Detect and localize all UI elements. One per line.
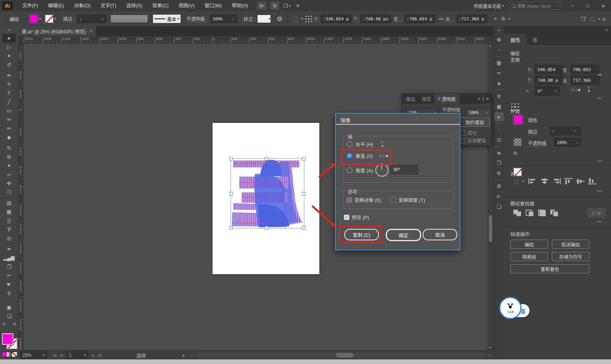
pathfinder-panel-icon[interactable]: ❑	[495, 202, 504, 211]
more-options-icon[interactable]: •••	[597, 96, 603, 100]
scale-tool[interactable]: ⧉	[3, 152, 16, 161]
stepper-icon[interactable]: ▴▾	[324, 17, 325, 21]
column-graph-tool[interactable]: ▂▄▆	[3, 253, 16, 262]
hand-tool[interactable]: ☛	[3, 280, 16, 289]
fill-swatch[interactable]	[2, 333, 13, 345]
scrollbar-thumb[interactable]	[336, 353, 354, 357]
scroll-right-icon[interactable]: ›	[488, 352, 490, 358]
group-button[interactable]: 编组	[510, 240, 548, 249]
constrain-icon[interactable]: ⌖	[494, 16, 497, 22]
more-options-icon[interactable]: •••	[597, 159, 603, 163]
tab-properties[interactable]: 属性	[504, 34, 526, 45]
unite-icon[interactable]	[513, 210, 521, 216]
comment-tool[interactable]: ❍	[3, 188, 16, 197]
scroll-down-icon[interactable]: ▾	[489, 346, 491, 349]
menu-item-0[interactable]: 文件(F)	[17, 0, 43, 12]
scroll-left-icon[interactable]: ‹	[191, 352, 193, 358]
maximize-button[interactable]: □	[580, 0, 596, 12]
paintbrush-tool[interactable]: ✑	[3, 115, 16, 124]
opacity-label[interactable]: 不透明度	[528, 140, 546, 147]
artboard-number-dropdown[interactable]: 1 ▾	[66, 351, 88, 359]
mesh-tool[interactable]: ▦	[3, 207, 16, 216]
angle-input[interactable]: 90°	[390, 165, 418, 174]
y-input[interactable]: ▴▾ 748.08 px	[360, 15, 391, 23]
vertical-align-middle-icon[interactable]	[576, 178, 584, 184]
menu-item-6[interactable]: 视图(V)	[174, 0, 200, 12]
selection-handle[interactable]	[302, 226, 306, 230]
zoom-level-dropdown[interactable]: 25% ▾	[20, 351, 47, 359]
x-input[interactable]: 546.854	[535, 65, 564, 74]
x-label[interactable]: X:	[528, 67, 533, 72]
menu-item-8[interactable]: 帮助(H)	[227, 0, 253, 12]
swap-fill-stroke-icon[interactable]: ⇄	[13, 322, 16, 326]
select-similar-icon[interactable]: ⧉	[501, 16, 505, 22]
horizontal-scrollbar[interactable]	[196, 352, 485, 358]
stroke-units-dropdown[interactable]: ▾	[569, 127, 581, 135]
link-dimensions-icon[interactable]: ⚯	[439, 16, 443, 22]
flyout-icon[interactable]: ›	[486, 110, 488, 115]
stepper-icon[interactable]: ▴▾	[363, 17, 365, 21]
width-input[interactable]: 706.693	[570, 65, 599, 74]
direct-selection-tool[interactable]: ▷	[3, 43, 16, 51]
share-icon[interactable]: ✈	[296, 3, 300, 8]
menu-item-5[interactable]: 效果(C)	[147, 0, 173, 12]
more-options-icon[interactable]: •••	[597, 220, 603, 224]
workspace-switcher[interactable]: 传统基本功能 ▾	[473, 3, 504, 9]
vertical-align-top-icon[interactable]	[564, 178, 573, 184]
make-mask-button[interactable]: 制作蒙版	[460, 117, 490, 127]
search-input[interactable]: 搜索 Adobe Stock	[509, 2, 560, 10]
link-dimensions-icon[interactable]: ⚯	[598, 72, 602, 78]
first-artboard-icon[interactable]: |◂	[53, 352, 56, 358]
perspective-grid-tool[interactable]: ▤	[3, 199, 16, 207]
x-label[interactable]: X:	[314, 16, 319, 22]
invert-mask-checkbox[interactable]: 反相蒙版	[460, 137, 486, 144]
selection-handle[interactable]	[229, 226, 233, 230]
flyout-icon[interactable]: ›	[576, 140, 578, 145]
document-tab[interactable]: 鹿.ai* @ 25% (RGB/GPU 预览) ×	[18, 26, 96, 36]
panel-menu-icon[interactable]: ≡	[602, 16, 606, 22]
zoom-tool[interactable]: ⚲	[3, 289, 16, 298]
width-input[interactable]: ▴▾ 706.693 p	[405, 15, 435, 23]
vertical-scrollbar[interactable]: ▴ ▾	[488, 43, 493, 350]
more-panels-icon[interactable]: »	[478, 96, 480, 101]
opacity-swatch[interactable]	[514, 138, 521, 146]
selection-handle[interactable]	[229, 192, 233, 195]
drawing-modes-icon[interactable]: ▣	[3, 303, 16, 312]
chevron-down-icon[interactable]: ▾	[522, 179, 524, 183]
eraser-tool[interactable]: ◆	[3, 133, 16, 142]
free-transform-tool[interactable]: ▱	[3, 170, 16, 179]
selected-artwork[interactable]	[231, 159, 304, 228]
bridge-button[interactable]: Br	[257, 2, 266, 10]
stroke-weight-label[interactable]: 描边 :	[63, 15, 75, 23]
tab-transparency[interactable]: ◊透明度	[435, 94, 459, 104]
recolor-artwork-icon[interactable]: ❂	[277, 15, 282, 23]
rotate-tool[interactable]: ↻	[3, 144, 16, 152]
artboard-tool[interactable]: ❐	[3, 262, 16, 271]
line-segment-tool[interactable]: ╱	[3, 98, 16, 106]
scroll-up-icon[interactable]: ▴	[489, 44, 491, 48]
transparency-panel-icon[interactable]: ◐	[495, 112, 504, 121]
style-dropdown[interactable]: ▾	[257, 15, 271, 23]
type-tool[interactable]: T	[3, 89, 16, 98]
rectangle-tool[interactable]: ▭	[3, 106, 16, 115]
opacity-input[interactable]: 100% ›	[554, 138, 581, 147]
menu-item-3[interactable]: 文字(T)	[96, 0, 121, 12]
asset-export-panel-icon[interactable]: ⧉	[495, 169, 504, 178]
vertical-align-bottom-icon[interactable]	[588, 178, 596, 184]
transform-bbox-icon[interactable]: ⬚	[293, 16, 298, 22]
stroke-style-dropdown[interactable]: 基本 ▾	[153, 14, 181, 23]
lasso-tool[interactable]: ↺	[3, 60, 16, 69]
more-options-icon[interactable]: •••	[597, 189, 603, 193]
preview-checkbox[interactable]: ✓ 预览 (P)	[344, 213, 369, 221]
height-input[interactable]: 717.366	[570, 76, 599, 85]
opacity-label[interactable]: 不透明度 :	[186, 15, 208, 23]
chevron-down-icon[interactable]: ▾	[101, 17, 103, 21]
brush-definition-dropdown[interactable]: ▾	[110, 15, 148, 23]
opacity-input[interactable]: 100% ›	[210, 15, 237, 23]
chevron-down-icon[interactable]: ▾	[508, 17, 510, 21]
color-button[interactable]	[2, 352, 7, 357]
recolor-button[interactable]: 重新着色	[510, 264, 589, 273]
tab-stroke[interactable]: 描边	[402, 94, 418, 104]
panel-menu-icon[interactable]: ≡	[486, 96, 489, 101]
exclude-icon[interactable]	[550, 210, 558, 216]
